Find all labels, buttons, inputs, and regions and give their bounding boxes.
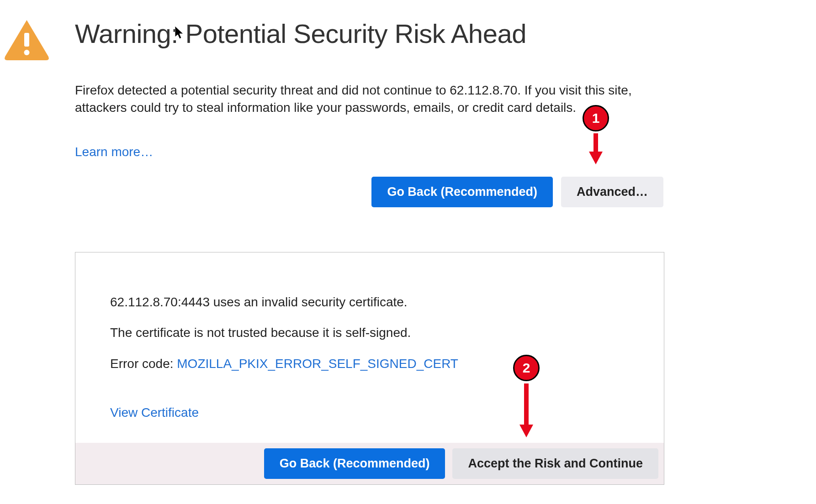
advanced-details-content: 62.112.8.70:4443 uses an invalid securit…: [75, 252, 664, 443]
annotation-arrow-2-icon: [519, 383, 533, 440]
annotation-badge-1: 1: [583, 105, 609, 131]
svg-rect-0: [24, 33, 29, 47]
error-page-content: Warning: Potential Security Risk Ahead F…: [75, 18, 664, 485]
go-back-button-advanced[interactable]: Go Back (Recommended): [264, 448, 445, 479]
learn-more-link[interactable]: Learn more…: [75, 145, 153, 159]
primary-button-row: Go Back (Recommended) Advanced…: [75, 177, 663, 207]
cert-not-trusted-message: The certificate is not trusted because i…: [110, 324, 629, 341]
invalid-cert-message: 62.112.8.70:4443 uses an invalid securit…: [110, 294, 629, 311]
go-back-button[interactable]: Go Back (Recommended): [371, 177, 553, 207]
advanced-button[interactable]: Advanced…: [561, 177, 663, 207]
advanced-details-panel: 62.112.8.70:4443 uses an invalid securit…: [75, 252, 664, 485]
error-code-line: Error code: MOZILLA_PKIX_ERROR_SELF_SIGN…: [110, 355, 629, 373]
mouse-cursor-icon: [175, 26, 185, 42]
page-title: Warning: Potential Security Risk Ahead: [75, 18, 664, 49]
warning-description: Firefox detected a potential security th…: [75, 82, 641, 116]
svg-point-1: [24, 50, 30, 55]
warning-triangle-icon: [4, 19, 50, 63]
advanced-button-row: Go Back (Recommended) Accept the Risk an…: [75, 443, 664, 484]
error-code-label: Error code:: [110, 357, 177, 371]
annotation-arrow-1-icon: [589, 133, 603, 167]
annotation-badge-2: 2: [513, 355, 540, 381]
error-code-link[interactable]: MOZILLA_PKIX_ERROR_SELF_SIGNED_CERT: [177, 357, 458, 371]
view-certificate-link[interactable]: View Certificate: [110, 405, 199, 420]
svg-marker-5: [519, 425, 533, 437]
svg-marker-3: [589, 152, 603, 164]
accept-risk-button[interactable]: Accept the Risk and Continue: [452, 448, 658, 479]
